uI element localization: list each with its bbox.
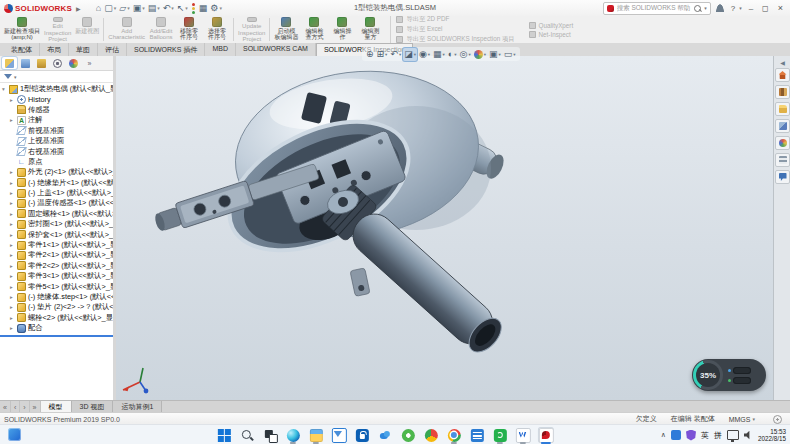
- tree-item[interactable]: ▸零件3<1> (默认<<默认>_显示状: [0, 271, 113, 281]
- command-tab[interactable]: 评估: [98, 43, 127, 56]
- section-view-button[interactable]: ◪▾: [403, 48, 417, 61]
- custom-properties-tab[interactable]: [775, 153, 790, 167]
- green-app-taskbar-button[interactable]: [492, 427, 508, 443]
- forum-tab[interactable]: [775, 170, 790, 184]
- dropdown-caret[interactable]: ▾: [513, 52, 515, 57]
- command-tab[interactable]: 草图: [69, 43, 98, 56]
- print-icon[interactable]: ▤: [147, 2, 158, 14]
- dropdown-caret[interactable]: ▾: [428, 52, 430, 57]
- tree-item[interactable]: ▸零件5<1> (默认<<默认>_显示状: [0, 281, 113, 291]
- dropdown-caret[interactable]: ▾: [414, 52, 416, 57]
- expand-arrow[interactable]: ▸: [10, 169, 17, 175]
- search-caret[interactable]: ▾: [704, 5, 707, 11]
- ime-mode-indicator[interactable]: 拼: [714, 430, 722, 441]
- launch-template-editor-button[interactable]: 启动模板编辑器: [272, 16, 300, 43]
- dropdown-caret[interactable]: ▾: [185, 5, 188, 11]
- file-explorer-tab[interactable]: [775, 102, 790, 116]
- recorder-overlay[interactable]: 35%: [692, 359, 766, 391]
- expand-arrow[interactable]: ▸: [10, 200, 17, 206]
- file-properties-icon[interactable]: ▦: [198, 2, 209, 14]
- expand-arrow[interactable]: ▸: [10, 221, 17, 227]
- edit-measurement-button[interactable]: 编辑测量方: [356, 16, 384, 43]
- expand-arrow[interactable]: ▾: [2, 86, 9, 92]
- 3d-model-view[interactable]: [116, 56, 773, 400]
- task-pane-collapse-arrow[interactable]: ◀: [774, 56, 790, 68]
- widgets-icon[interactable]: [8, 428, 21, 441]
- mail-taskbar-button[interactable]: [331, 427, 347, 443]
- edit-appearance-button[interactable]: ▾: [473, 49, 487, 60]
- dropdown-caret[interactable]: ▾: [399, 52, 401, 57]
- select-icon[interactable]: ↖: [176, 2, 186, 14]
- new-inspection-project-button[interactable]: 新建检查项目(amp;N): [2, 16, 42, 43]
- tree-item[interactable]: ▾1型铠装热电偶 (默认<默认_显示状态-1: [0, 84, 113, 94]
- browser-360-taskbar-button[interactable]: [400, 427, 416, 443]
- tree-item[interactable]: ▸History: [0, 94, 113, 104]
- tree-item[interactable]: ▸零件1<1> (默认<<默认>_显示状态: [0, 240, 113, 250]
- shield-icon[interactable]: [686, 430, 696, 441]
- dropdown-caret[interactable]: ▾: [157, 5, 160, 11]
- dimxpertmanager-tab[interactable]: [50, 57, 65, 69]
- tree-item[interactable]: ▸零件2<1> (默认<<默认>_显示状: [0, 250, 113, 260]
- expand-arrow[interactable]: ▸: [10, 97, 17, 103]
- zoom-area-button[interactable]: ⊞▾: [376, 48, 389, 61]
- expand-arrow[interactable]: ▸: [10, 211, 17, 217]
- help-search-box[interactable]: 搜索 SOLIDWORKS 帮助 ▾: [603, 2, 711, 15]
- command-tab[interactable]: SOLIDWORKS CAM: [236, 43, 316, 56]
- expand-arrow[interactable]: ▸: [10, 294, 17, 300]
- new-document-icon[interactable]: ▢: [103, 2, 114, 14]
- tree-item[interactable]: ▸(-) 垫片 (2)<2> -> ? (默认<<默认>: [0, 302, 113, 312]
- tree-item[interactable]: ▸(-) 上盖<1> (默认<<默认>_显示状: [0, 188, 113, 198]
- tree-item[interactable]: ▸配合: [0, 323, 113, 333]
- minimize-button[interactable]: –: [747, 4, 755, 13]
- tree-item[interactable]: 上视基准面: [0, 136, 113, 146]
- select-balloons-button[interactable]: 选择零件序号: [203, 16, 231, 43]
- tree-item[interactable]: ▸密封圈<1> (默认<<默认>_显示状: [0, 219, 113, 229]
- filter-caret[interactable]: ▾: [14, 74, 17, 80]
- tree-filter-bar[interactable]: ▾: [0, 71, 113, 83]
- display-tray-icon[interactable]: [727, 430, 739, 440]
- speaker-icon[interactable]: [744, 431, 753, 440]
- close-button[interactable]: ×: [776, 3, 785, 13]
- dynamic-annotation-views-button[interactable]: ◉▾: [418, 48, 431, 61]
- expand-arrow[interactable]: ▸: [10, 304, 17, 310]
- displaymanager-tab[interactable]: [66, 57, 81, 69]
- tree-item[interactable]: ▸零件2<2> (默认<<默认>_显示状: [0, 261, 113, 271]
- tree-item[interactable]: ▸保护套<1> (默认<<默认>_显示状: [0, 229, 113, 239]
- apply-scene-button[interactable]: ▣▾: [488, 48, 502, 61]
- appearances-scenes-tab[interactable]: [775, 136, 790, 150]
- search-taskbar-button[interactable]: [239, 427, 255, 443]
- command-tab[interactable]: 装配体: [4, 43, 40, 56]
- app-logo[interactable]: SOLIDWORKS ▶: [0, 4, 81, 13]
- view-orientation-button[interactable]: ▦▾: [432, 48, 446, 61]
- tray-chevron-icon[interactable]: ∧: [661, 431, 666, 439]
- bottom-bracket[interactable]: [350, 268, 370, 297]
- tree-item[interactable]: 传感器: [0, 105, 113, 115]
- undo-icon[interactable]: ↶: [162, 2, 172, 14]
- filter-funnel-icon[interactable]: [4, 74, 12, 79]
- recorder-button-top[interactable]: [728, 367, 751, 374]
- configurationmanager-tab[interactable]: [34, 57, 49, 69]
- save-icon[interactable]: ▣: [132, 2, 143, 14]
- dropdown-caret[interactable]: ▾: [142, 5, 145, 11]
- store-taskbar-button[interactable]: [354, 427, 370, 443]
- recorder-button-bottom[interactable]: [728, 377, 751, 384]
- view-settings-button[interactable]: ▭▾: [503, 48, 517, 61]
- ime-language-indicator[interactable]: 英: [701, 430, 709, 441]
- dropdown-caret[interactable]: ▾: [443, 52, 445, 57]
- task-view-taskbar-button[interactable]: [262, 427, 278, 443]
- edit-inspection-method-button[interactable]: 编辑检查方式: [300, 16, 328, 43]
- options-icon[interactable]: ⚙: [209, 2, 219, 14]
- notes-app-taskbar-button[interactable]: [469, 427, 485, 443]
- home-icon[interactable]: ⌂: [95, 2, 102, 14]
- expand-arrow[interactable]: ▸: [10, 263, 17, 269]
- expand-arrow[interactable]: ▸: [10, 273, 17, 279]
- menu-flyout-arrow[interactable]: ▶: [76, 5, 81, 12]
- tree-item[interactable]: ▸(-) 绝缘体.step<1> (默认<<默认>: [0, 292, 113, 302]
- propertymanager-tab[interactable]: [18, 57, 33, 69]
- expand-arrow[interactable]: ▸: [10, 190, 17, 196]
- clock[interactable]: 15:53 2022/8/15: [758, 428, 786, 442]
- command-tab[interactable]: SOLIDWORKS 插件: [127, 43, 205, 56]
- command-tab[interactable]: 布局: [40, 43, 69, 56]
- color-app-taskbar-button[interactable]: [423, 427, 439, 443]
- restore-button[interactable]: ◻: [760, 4, 771, 13]
